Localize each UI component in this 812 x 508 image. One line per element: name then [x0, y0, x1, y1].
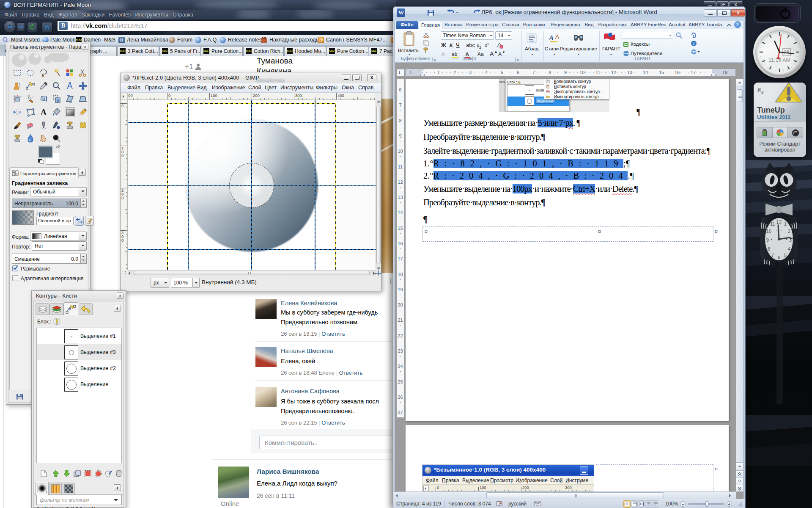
svg-text:7: 7 [771, 253, 774, 258]
svg-text:2: 2 [788, 229, 790, 234]
svg-text:11: 11 [770, 221, 775, 226]
svg-text:10: 10 [766, 229, 772, 234]
svg-text:8: 8 [768, 246, 770, 251]
svg-text:A: A [41, 108, 47, 117]
svg-text:5: 5 [784, 253, 787, 258]
svg-text:1: 1 [784, 221, 787, 226]
svg-text:12: 12 [776, 219, 782, 224]
svg-text:6: 6 [778, 255, 780, 260]
svg-text:9: 9 [766, 237, 769, 243]
svg-text:4: 4 [788, 246, 791, 251]
